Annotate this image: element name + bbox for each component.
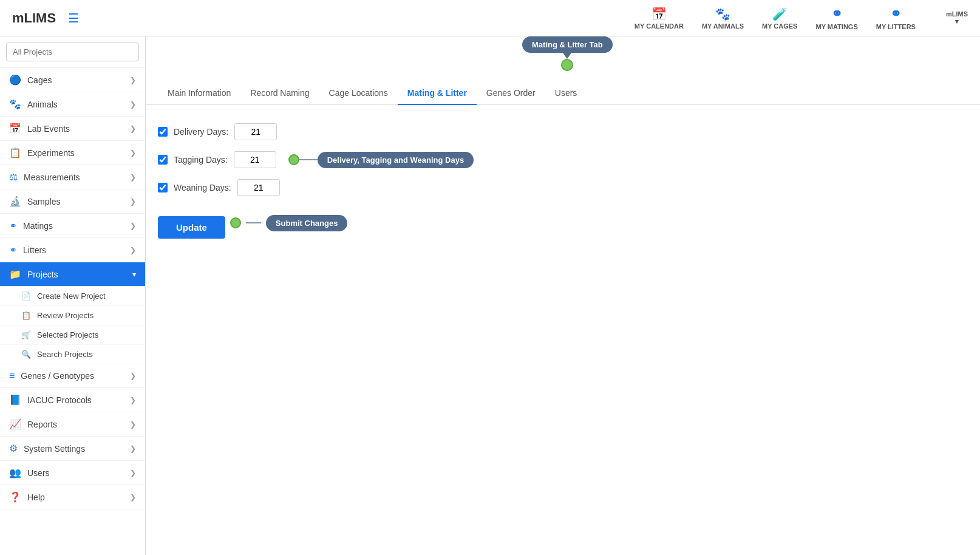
reports-sidebar-icon: 📈: [9, 418, 21, 430]
system-settings-chevron-icon: ❯: [130, 444, 136, 453]
all-projects-input[interactable]: [6, 43, 139, 61]
tab-cage-locations[interactable]: Cage Locations: [319, 82, 398, 105]
sidebar-iacuc-label: IACUC Protocols: [27, 395, 92, 405]
tab-callout-text: Mating & Litter Tab: [532, 40, 603, 49]
tab-main-information[interactable]: Main Information: [158, 82, 240, 105]
tagging-days-label: Tagging Days:: [174, 155, 228, 165]
delivery-days-input[interactable]: [234, 123, 277, 140]
users-chevron-icon: ❯: [130, 469, 136, 477]
sidebar: 🔵 Cages ❯ 🐾 Animals ❯ 📅 Lab Events ❯ 📋: [0, 36, 146, 555]
tab-bar: Main Information Record Naming Cage Loca…: [146, 70, 980, 105]
sidebar-item-system-settings[interactable]: ⚙ System Settings ❯: [0, 437, 145, 461]
sidebar-help-label: Help: [27, 492, 45, 502]
search-projects-label: Search Projects: [37, 350, 93, 359]
sidebar-matings-label: Matings: [23, 221, 53, 231]
sidebar-measurements-label: Measurements: [24, 172, 80, 182]
sidebar-item-measurements[interactable]: ⚖ Measurements ❯: [0, 165, 145, 189]
delivery-days-label: Delivery Days:: [174, 127, 228, 137]
help-sidebar-icon: ❓: [9, 491, 21, 503]
tab-section: Mating & Litter Tab Main Information Rec…: [146, 36, 980, 105]
submit-row: Update Submit Changes: [158, 207, 968, 239]
tab-callout-dot: [561, 59, 573, 71]
app-logo: mLIMS: [12, 10, 56, 26]
iacuc-sidebar-icon: 📘: [9, 394, 21, 406]
samples-sidebar-icon: 🔬: [9, 196, 21, 207]
sidebar-item-reports[interactable]: 📈 Reports ❯: [0, 412, 145, 437]
submit-callout-dot: [230, 217, 241, 228]
sidebar-item-projects[interactable]: 📁 Projects ▾: [0, 262, 145, 287]
sidebar-cages-label: Cages: [27, 75, 52, 85]
menu-icon[interactable]: ☰: [68, 11, 79, 26]
sidebar-item-samples[interactable]: 🔬 Samples ❯: [0, 189, 145, 214]
days-callout-dot: [288, 154, 299, 165]
lab-events-sidebar-icon: 📅: [9, 123, 21, 134]
review-projects-label: Review Projects: [37, 311, 94, 320]
nav-my-cages[interactable]: 🧪 MY CAGES: [762, 7, 797, 30]
sidebar-item-lab-events[interactable]: 📅 Lab Events ❯: [0, 117, 145, 141]
nav-my-animals-label: MY ANIMALS: [702, 22, 744, 30]
cages-chevron-icon: ❯: [130, 76, 136, 84]
tagging-days-input[interactable]: [234, 151, 276, 168]
sidebar-item-experiments[interactable]: 📋 Experiments ❯: [0, 141, 145, 165]
animals-chevron-icon: ❯: [130, 100, 136, 109]
update-button[interactable]: Update: [158, 216, 225, 239]
tab-users[interactable]: Users: [545, 82, 587, 105]
matings-sidebar-icon: ⚭: [9, 220, 17, 231]
sidebar-item-cages[interactable]: 🔵 Cages ❯: [0, 68, 145, 92]
sidebar-item-help[interactable]: ❓ Help ❯: [0, 485, 145, 509]
measurements-chevron-icon: ❯: [130, 173, 136, 182]
weaning-days-checkbox[interactable]: [158, 183, 168, 192]
submit-callout-line: [246, 222, 261, 223]
submit-callout-text: Submit Changes: [276, 219, 338, 228]
sidebar-item-iacuc[interactable]: 📘 IACUC Protocols ❯: [0, 388, 145, 412]
genes-sidebar-icon: ≡: [9, 370, 15, 381]
nav-my-litters[interactable]: ⚭ MY LITTERS: [876, 6, 916, 30]
cages-icon: 🧪: [772, 7, 788, 21]
matings-icon: ⚭: [831, 6, 842, 22]
experiments-sidebar-icon: 📋: [9, 147, 21, 158]
sidebar-experiments-label: Experiments: [27, 148, 75, 158]
animals-icon: 🐾: [715, 7, 730, 21]
content-area: Mating & Litter Tab Main Information Rec…: [146, 36, 980, 555]
nav-my-calendar[interactable]: 📅 MY CALENDAR: [635, 7, 684, 30]
user-label: mLIMS: [946, 10, 968, 18]
selected-projects-icon: 🛒: [21, 330, 31, 339]
weaning-days-input[interactable]: [237, 179, 280, 196]
nav-my-matings[interactable]: ⚭ MY MATINGS: [815, 6, 857, 30]
selected-projects-label: Selected Projects: [37, 330, 98, 339]
tagging-days-checkbox[interactable]: [158, 155, 168, 165]
tab-callout-arrow: [563, 53, 571, 59]
matings-chevron-icon: ❯: [130, 222, 136, 230]
sidebar-item-animals[interactable]: 🐾 Animals ❯: [0, 92, 145, 117]
chevron-down-icon: ▾: [955, 18, 959, 26]
nav-my-animals[interactable]: 🐾 MY ANIMALS: [702, 7, 744, 30]
sidebar-item-genes-genotypes[interactable]: ≡ Genes / Genotypes ❯: [0, 364, 145, 388]
tab-record-naming[interactable]: Record Naming: [240, 82, 319, 105]
days-callout-line: [299, 159, 318, 160]
sidebar-item-matings[interactable]: ⚭ Matings ❯: [0, 214, 145, 238]
nav-my-litters-label: MY LITTERS: [876, 23, 916, 30]
sidebar-item-users[interactable]: 👥 Users ❯: [0, 461, 145, 485]
measurements-sidebar-icon: ⚖: [9, 171, 18, 183]
user-menu[interactable]: mLIMS ▾: [946, 10, 968, 26]
project-search-container: [0, 36, 145, 68]
tab-callout-bubble: Mating & Litter Tab: [522, 36, 613, 53]
sidebar-sub-review-projects[interactable]: 📋 Review Projects: [0, 306, 145, 325]
genes-chevron-icon: ❯: [130, 372, 136, 380]
sidebar-system-settings-label: System Settings: [24, 444, 85, 454]
sidebar-sub-selected-projects[interactable]: 🛒 Selected Projects: [0, 325, 145, 345]
lab-events-chevron-icon: ❯: [130, 124, 136, 133]
sidebar-sub-search-projects[interactable]: 🔍 Search Projects: [0, 345, 145, 364]
top-navigation: mLIMS ☰ 📅 MY CALENDAR 🐾 MY ANIMALS 🧪 MY …: [0, 0, 980, 36]
sidebar-users-label: Users: [27, 468, 50, 478]
sidebar-item-litters[interactable]: ⚭ Litters ❯: [0, 238, 145, 262]
delivery-days-checkbox[interactable]: [158, 127, 168, 137]
users-sidebar-icon: 👥: [9, 467, 21, 478]
sidebar-sub-create-new-project[interactable]: 📄 Create New Project: [0, 287, 145, 306]
help-chevron-icon: ❯: [130, 493, 136, 502]
tab-genes-order[interactable]: Genes Order: [477, 82, 545, 105]
tab-mating-litter[interactable]: Mating & Litter: [398, 82, 477, 105]
review-projects-icon: 📋: [21, 311, 31, 320]
projects-sidebar-icon: 📁: [9, 268, 21, 280]
samples-chevron-icon: ❯: [130, 197, 136, 206]
